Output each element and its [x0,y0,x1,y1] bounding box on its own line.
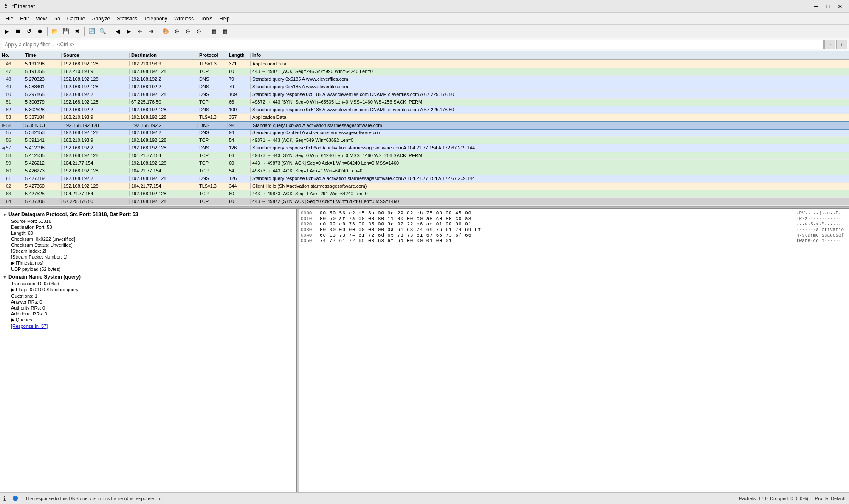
cell-no: 62 [0,183,23,189]
cell-source: 192.168.192.128 [62,153,130,158]
toolbar-layout1[interactable]: ▦ [209,26,219,37]
menu-wireless[interactable]: Wireless [171,14,197,23]
filter-add-button[interactable]: + [836,40,847,49]
cell-time: 5.300379 [23,99,62,104]
toolbar-reload[interactable]: 🔄 [87,26,97,37]
table-row[interactable]: 56 5.391141 162.210.193.9 192.168.192.12… [0,137,849,144]
table-row[interactable]: 49 5.288401 192.168.192.128 192.168.192.… [0,83,849,91]
toolbar-capture-options[interactable]: ⏺ [35,26,45,37]
cell-protocol: DNS [198,123,228,128]
cell-protocol: DNS [197,84,227,89]
cell-destination: 192.168.192.128 [130,145,197,150]
table-row[interactable]: 55 5.382153 192.168.192.128 192.168.192.… [0,129,849,137]
menu-statistics[interactable]: Statistics [113,14,141,23]
toolbar-restart[interactable]: ↺ [24,26,34,37]
table-row[interactable]: 65 5.437XXX ... ... TCP ... ... [0,206,849,206]
detail-field[interactable]: ▶ Flags: 0x0100 Standard query [10,287,295,293]
table-row[interactable]: 59 5.426212 104.21.77.154 192.168.192.12… [0,160,849,167]
cell-time: 5.427360 [23,183,62,189]
hex-row: 0040 6e 13 73 74 61 72 6d 65 73 73 61 67… [301,233,847,238]
table-row[interactable]: 47 5.191355 162.210.193.9 192.168.192.12… [0,68,849,76]
pane-resizer-1[interactable] [0,206,849,208]
table-row[interactable]: 64 5.437306 67.225.176.50 192.168.192.12… [0,198,849,206]
cell-info: Standard query 0x5185 A www.cleverfiles.… [251,84,849,89]
toolbar-zoom-reset[interactable]: ⊙ [194,26,204,37]
hex-ascii: tware·co m······ [796,238,847,243]
toolbar-colorize[interactable]: 🎨 [161,26,171,37]
detail-section: ▼User Datagram Protocol, Src Port: 51318… [2,211,295,272]
toolbar-close[interactable]: ✖ [72,26,82,37]
cell-length: 54 [227,168,251,173]
toolbar-sep5 [206,27,206,36]
menu-file[interactable]: File [2,14,17,23]
cell-length: 371 [227,61,251,66]
cell-source: 192.168.192.128 [62,61,130,66]
cell-destination: 192.168.192.128 [130,69,197,74]
menu-analyze[interactable]: Analyze [89,14,114,23]
toolbar-last[interactable]: ⇥ [146,26,156,37]
maximize-button[interactable]: □ [823,2,834,11]
detail-field: [Stream Packet Number: 1] [10,254,295,260]
table-row[interactable]: 46 5.191198 192.168.192.128 162.210.193.… [0,60,849,68]
toolbar-stop[interactable]: ⏹ [13,26,23,37]
toolbar-next[interactable]: ▶ [124,26,134,37]
table-row[interactable]: 58 5.412535 192.168.192.128 104.21.77.15… [0,152,849,160]
detail-field[interactable]: [Response In: 57] [10,323,295,329]
hex-offset: 0020 [301,222,320,227]
cell-info: Application Data [251,115,849,120]
table-row[interactable]: 63 5.427525 104.21.77.154 192.168.192.12… [0,190,849,198]
toolbar-open[interactable]: 📂 [50,26,60,37]
menu-view[interactable]: View [32,14,50,23]
menu-bar: File Edit View Go Capture Analyze Statis… [0,13,849,25]
hex-offset: 0000 [301,211,320,216]
detail-field: Checksum: 0x0222 [unverified] [10,236,295,242]
close-button[interactable]: ✕ [835,2,846,11]
cell-source: 192.168.192.2 [62,145,130,150]
table-row[interactable]: 50 5.297865 192.168.192.2 192.168.192.12… [0,91,849,99]
table-row[interactable]: 61 5.427319 192.168.192.2 192.168.192.12… [0,175,849,183]
section-header-udp[interactable]: ▼User Datagram Protocol, Src Port: 51318… [2,211,295,218]
menu-help[interactable]: Help [216,14,233,23]
toolbar-layout2[interactable]: ▦ [220,26,230,37]
cell-destination: 192.168.192.2 [130,76,197,82]
menu-go[interactable]: Go [50,14,64,23]
cell-info: 49873 → 443 [SYN] Seq=0 Win=64240 Len=0 … [251,153,849,158]
cell-source: 192.168.192.128 [62,130,130,135]
detail-field[interactable]: ▶ Queries [10,317,295,323]
table-row[interactable]: ◀ 57 5.412098 192.168.192.2 192.168.192.… [0,144,849,152]
table-row[interactable]: 60 5.426273 192.168.192.128 104.21.77.15… [0,167,849,175]
table-row[interactable]: 62 5.427360 192.168.192.128 104.21.77.15… [0,183,849,190]
toolbar-start[interactable]: ▶ [2,26,12,37]
toolbar-zoom-in[interactable]: ⊕ [172,26,182,37]
cell-info: Standard query 0xb6ad A activation.starm… [251,130,849,135]
minimize-button[interactable]: ─ [811,2,822,11]
profile-info: Profile: Default [815,496,846,501]
filter-input[interactable] [2,40,824,49]
table-row[interactable]: 51 5.300379 192.168.192.128 67.225.176.5… [0,99,849,106]
hex-row: 0020 c0 02 c8 76 00 35 00 3c 02 22 b6 ad… [301,222,847,227]
menu-edit[interactable]: Edit [17,14,32,23]
cell-no: 50 [0,92,23,97]
toolbar-find[interactable]: 🔍 [98,26,108,37]
cell-protocol: DNS [197,76,227,82]
menu-telephony[interactable]: Telephony [141,14,171,23]
table-row[interactable]: 48 5.270323 192.168.192.128 192.168.192.… [0,76,849,83]
hex-row: 0030 00 00 00 00 00 00 00 0a 61 63 74 69… [301,227,847,232]
section-header-dns[interactable]: ▼Domain Name System (query) [2,273,295,281]
cell-length: 79 [227,84,251,89]
filter-apply-button[interactable]: → [824,40,835,49]
toolbar-first[interactable]: ⇤ [135,26,145,37]
menu-tools[interactable]: Tools [197,14,216,23]
menu-capture[interactable]: Capture [64,14,89,23]
hex-bytes: c0 02 c8 76 00 35 00 3c 02 22 b6 ad 01 0… [320,222,790,227]
response-link[interactable]: [Response In: 57] [11,324,48,329]
table-row[interactable]: ▶ 54 5.358303 192.168.192.128 192.168.19… [0,121,849,129]
toolbar-zoom-out[interactable]: ⊖ [183,26,193,37]
packet-list-area: No. Time Source Destination Protocol Len… [0,51,849,208]
packet-scroll-area[interactable]: 46 5.191198 192.168.192.128 162.210.193.… [0,60,849,206]
detail-field[interactable]: ▶ [Timestamps] [10,260,295,266]
toolbar-prev[interactable]: ◀ [113,26,123,37]
table-row[interactable]: 53 5.327184 162.210.193.9 192.168.192.12… [0,114,849,121]
table-row[interactable]: 52 5.302528 192.168.192.2 192.168.192.12… [0,106,849,114]
toolbar-save[interactable]: 💾 [61,26,71,37]
